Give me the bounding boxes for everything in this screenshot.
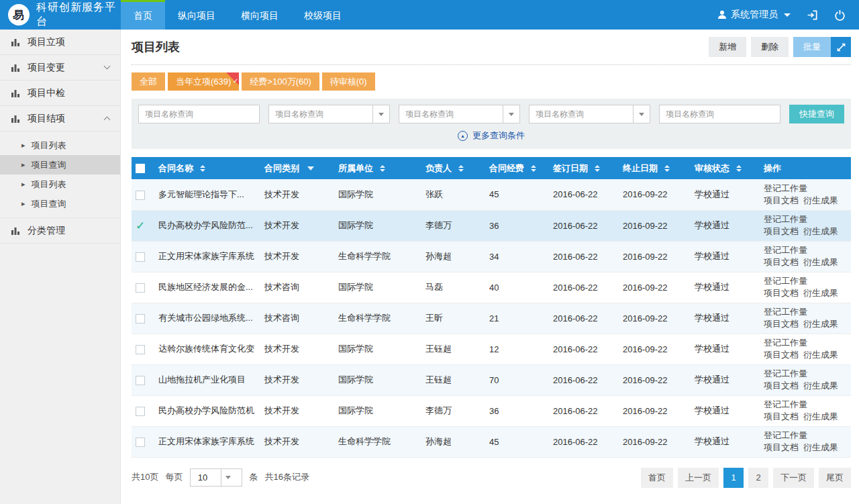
sort-icon[interactable] <box>458 165 464 172</box>
action-project-docs[interactable]: 项目文档 <box>764 411 799 421</box>
action-derived-results[interactable]: 衍生成果 <box>803 288 838 298</box>
filter-caret-icon[interactable] <box>307 166 314 170</box>
sort-icon[interactable] <box>664 165 670 172</box>
sidebar-item-project-setup[interactable]: 项目立项 <box>0 30 120 55</box>
filter-tab[interactable]: 全部 ✓ <box>132 72 165 91</box>
row-checkbox[interactable] <box>136 252 145 262</box>
user-menu[interactable]: 系统管理员 <box>717 9 791 21</box>
nav-item[interactable]: 纵向项目 <box>165 0 228 30</box>
action-derived-results[interactable]: 衍生成果 <box>803 350 838 360</box>
project-name-select[interactable] <box>529 105 650 123</box>
table-row[interactable]: ✓ 多元智能理论指导下... 技术开发 国际学院 张跃 45 2016-06-2… <box>132 179 851 210</box>
logout-icon[interactable] <box>807 9 818 21</box>
page-button[interactable]: 2 <box>748 468 768 488</box>
page-button[interactable]: 下一页 <box>773 468 814 488</box>
action-register-workload[interactable]: 登记工作量 <box>764 368 807 379</box>
power-icon[interactable] <box>834 9 846 21</box>
action-register-workload[interactable]: 登记工作量 <box>764 338 807 348</box>
sidebar-item-project-midcheck[interactable]: 项目中检 <box>0 81 120 106</box>
action-derived-results[interactable]: 衍生成果 <box>803 381 838 391</box>
row-checkbox[interactable] <box>136 191 145 200</box>
table-row[interactable]: ✓ 达斡尔族传统体育文化变 技术开发 国际学院 王钰超 12 2016-06-2… <box>132 334 851 364</box>
action-project-docs[interactable]: 项目文档 <box>764 288 799 298</box>
sidebar-item-category-management[interactable]: 分类管理 <box>0 218 120 244</box>
nav-item[interactable]: 校级项目 <box>291 0 354 30</box>
dropdown-caret-icon[interactable] <box>633 105 650 123</box>
action-register-workload[interactable]: 登记工作量 <box>764 214 807 224</box>
sidebar-subitem-project-query-2[interactable]: ▸ 项目查询 <box>0 194 120 213</box>
more-conditions-link[interactable]: ▲ 更多查询条件 <box>138 123 844 148</box>
action-derived-results[interactable]: 衍生成果 <box>803 442 838 452</box>
action-register-workload[interactable]: 登记工作量 <box>764 399 807 409</box>
action-project-docs[interactable]: 项目文档 <box>764 442 799 452</box>
table-row[interactable]: ✓ 有关城市公园绿地系统... 技术咨询 生命科学学院 王昕 21 2016-0… <box>132 303 851 334</box>
table-row[interactable]: ✓ 正文用宋体家族字库系统 技术开发 生命科学学院 孙海超 34 2016-06… <box>132 241 851 272</box>
sidebar-item-project-closing[interactable]: 项目结项 <box>0 106 120 132</box>
sidebar-subitem-project-list[interactable]: ▸ 项目列表 <box>0 136 120 155</box>
action-derived-results[interactable]: 衍生成果 <box>803 411 838 421</box>
delete-button[interactable]: 删除 <box>751 37 789 57</box>
action-derived-results[interactable]: 衍生成果 <box>803 226 838 236</box>
filter-tab[interactable]: 当年立项(639) ✓ <box>168 72 239 91</box>
action-project-docs[interactable]: 项目文档 <box>764 257 799 267</box>
cell-unit: 生命科学学院 <box>334 303 421 334</box>
chevron-down-icon <box>784 13 791 17</box>
project-name-input[interactable] <box>659 105 780 123</box>
project-name-select[interactable] <box>268 105 390 123</box>
table-row[interactable]: ✓ 民办高校办学风险防范机 技术开发 国际学院 李德万 36 2016-06-2… <box>132 395 851 426</box>
table-row[interactable]: ✓ 正文用宋体家族字库系统 技术开发 生命科学学院 孙海超 45 2016-06… <box>132 426 851 457</box>
nav-item[interactable]: 横向项目 <box>228 0 291 30</box>
table-row[interactable]: ✓ 民办高校办学风险防范... 技术开发 国际学院 李德万 36 2016-06… <box>132 210 851 241</box>
page-button[interactable]: 上一页 <box>678 468 719 488</box>
dropdown-caret-icon[interactable] <box>372 105 389 123</box>
select-all-checkbox[interactable] <box>136 164 145 173</box>
quick-search-button[interactable]: 快捷查询 <box>789 105 844 123</box>
action-derived-results[interactable]: 衍生成果 <box>803 257 838 267</box>
row-checkbox[interactable] <box>136 376 145 385</box>
batch-button[interactable]: 批量 <box>793 37 831 57</box>
add-button[interactable]: 新增 <box>709 37 746 57</box>
col-header-status: 审核状态 <box>691 157 760 179</box>
sidebar-subitem-project-query[interactable]: ▸ 项目查询 <box>0 155 120 174</box>
filter-tab[interactable]: 经费>100万(60) ✓ <box>242 72 319 91</box>
action-register-workload[interactable]: 登记工作量 <box>764 307 807 317</box>
action-register-workload[interactable]: 登记工作量 <box>764 276 807 286</box>
per-page-select[interactable]: 10 <box>190 468 242 487</box>
expand-button[interactable] <box>831 37 851 57</box>
page-button[interactable]: 尾页 <box>819 468 851 488</box>
cell-select: ✓ <box>132 241 154 272</box>
page-button[interactable]: 1 <box>723 468 744 488</box>
project-name-input[interactable] <box>138 105 260 123</box>
row-checkbox[interactable] <box>136 438 145 447</box>
table-row[interactable]: ✓ 民族地区经济发展的金... 技术咨询 国际学院 马磊 40 2016-06-… <box>132 272 851 303</box>
sort-icon[interactable] <box>531 165 536 172</box>
action-project-docs[interactable]: 项目文档 <box>764 319 799 329</box>
table-row[interactable]: ✓ 山地拖拉机产业化项目 技术开发 国际学院 王钰超 70 2016-06-22… <box>132 364 851 395</box>
row-checkbox[interactable] <box>136 407 145 416</box>
row-checkbox[interactable] <box>136 345 145 354</box>
action-derived-results[interactable]: 衍生成果 <box>803 195 838 205</box>
sort-icon[interactable] <box>736 165 742 172</box>
action-project-docs[interactable]: 项目文档 <box>764 226 799 236</box>
action-project-docs[interactable]: 项目文档 <box>764 195 799 205</box>
more-conditions-label: 更多查询条件 <box>472 130 525 142</box>
action-derived-results[interactable]: 衍生成果 <box>803 319 838 329</box>
cell-sign-date: 2016-06-22 <box>549 426 619 457</box>
action-register-workload[interactable]: 登记工作量 <box>764 183 807 193</box>
action-register-workload[interactable]: 登记工作量 <box>764 245 807 255</box>
nav-item[interactable]: 首页 <box>121 0 165 30</box>
filter-tab[interactable]: 待审核(0) ✓ <box>322 72 375 91</box>
action-register-workload[interactable]: 登记工作量 <box>764 430 807 440</box>
dropdown-caret-icon[interactable] <box>503 105 519 123</box>
action-project-docs[interactable]: 项目文档 <box>764 381 799 391</box>
project-name-select[interactable] <box>399 105 520 123</box>
action-project-docs[interactable]: 项目文档 <box>764 350 799 360</box>
row-checkbox[interactable] <box>136 283 145 293</box>
sort-icon[interactable] <box>200 165 205 172</box>
sidebar-subitem-project-list-2[interactable]: ▸ 项目列表 <box>0 174 120 194</box>
row-checkbox[interactable] <box>136 314 145 323</box>
sidebar-item-project-change[interactable]: 项目变更 <box>0 55 120 81</box>
page-button[interactable]: 首页 <box>641 468 673 488</box>
sort-icon[interactable] <box>380 165 385 172</box>
sort-icon[interactable] <box>595 165 600 172</box>
